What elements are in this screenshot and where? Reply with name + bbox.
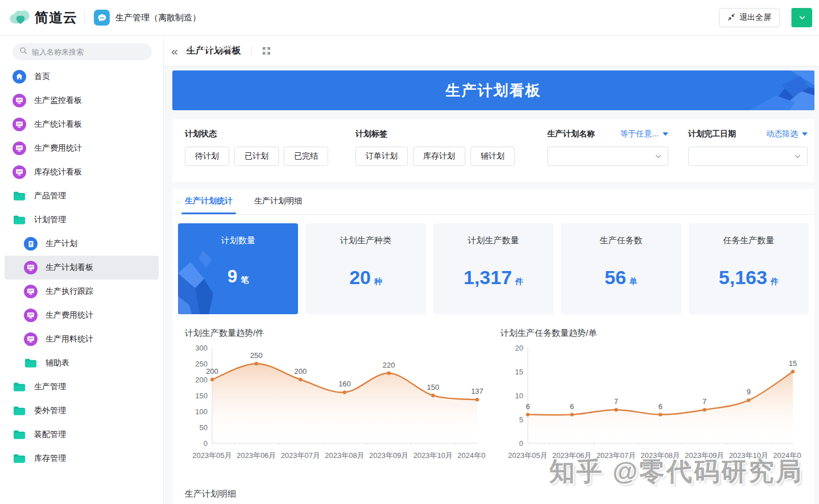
banner-decor-graphic — [695, 70, 814, 110]
sidebar-item-label: 生产执行跟踪 — [46, 286, 93, 297]
exit-fullscreen-button[interactable]: 退出全屏 — [719, 8, 780, 27]
stat-value: 5,163 — [719, 266, 767, 289]
sidebar-item-label: 生产费用统计 — [34, 143, 82, 153]
caret-down-icon — [663, 132, 668, 136]
folder-icon — [13, 406, 26, 416]
tag-option-chip[interactable]: 订单计划 — [355, 147, 408, 166]
tab-plan-stats[interactable]: 生产计划统计 — [185, 196, 233, 214]
dashboard-monitor-icon — [13, 165, 26, 179]
sidebar-item-production-material-stats[interactable]: 生产用料统计 — [5, 327, 159, 351]
status-option-chip[interactable]: 已计划 — [234, 147, 279, 166]
dashboard-monitor-icon — [24, 261, 38, 274]
folder-icon — [13, 215, 26, 225]
sidebar-item-outsourcing-management[interactable]: 委外管理 — [5, 399, 159, 423]
plan-name-select[interactable] — [547, 147, 668, 166]
svg-text:6: 6 — [526, 402, 530, 411]
dashboard-monitor-icon — [24, 285, 38, 298]
stat-card-0[interactable]: 计划数量9笔 — [178, 223, 298, 314]
top-header: 简道云 ERP 生产管理（离散制造） 退出全屏 安装应 — [0, 0, 819, 36]
svg-text:6: 6 — [570, 402, 574, 411]
svg-text:150: 150 — [427, 383, 439, 391]
chart-title: 计划生产数量趋势/件 — [185, 328, 486, 339]
folder-icon — [24, 358, 38, 368]
trend-chart-svg: 0501001502002503002002502001602201501372… — [185, 341, 486, 463]
sidebar-item-production-cost-stats-sub[interactable]: 生产费用统计 — [5, 303, 159, 327]
stat-unit: 件 — [771, 277, 779, 287]
sidebar-item-plan-management[interactable]: 计划管理 — [5, 208, 159, 232]
install-app-data-button[interactable]: 安装应用及数据 — [791, 8, 812, 27]
sidebar-item-production-plan[interactable]: 生产计划 — [5, 232, 159, 256]
svg-text:5: 5 — [519, 415, 523, 424]
svg-text:2023年05月: 2023年05月 — [508, 451, 547, 460]
svg-text:0: 0 — [519, 439, 523, 448]
stat-value-row: 20种 — [349, 266, 382, 289]
svg-text:2023年07月: 2023年07月 — [281, 451, 320, 460]
plan-name-operator-link[interactable]: 等于任意... — [620, 129, 668, 139]
logo-text: 简道云 — [35, 9, 77, 27]
home-icon — [13, 70, 26, 84]
chevron-down-icon — [794, 153, 801, 160]
sidebar-item-label: 生产用料统计 — [46, 334, 93, 344]
sidebar-item-production-plan-board[interactable]: 生产计划看板 — [5, 256, 159, 280]
dashboard-content: 生产计划看板 计划状态 待计划已计划已完结 计划标签 订单计划库存计划辅计划 — [164, 66, 819, 504]
sidebar-item-auxiliary-tables[interactable]: 辅助表 — [5, 351, 159, 375]
stat-value: 1,317 — [464, 266, 512, 289]
stat-unit: 笔 — [241, 275, 249, 285]
svg-text:15: 15 — [789, 359, 797, 368]
jiandaoyun-logo[interactable]: 简道云 — [9, 8, 77, 28]
svg-text:2023年09月: 2023年09月 — [369, 451, 408, 460]
sidebar-item-production-monitor-board[interactable]: 生产监控看板 — [5, 89, 159, 113]
install-dropdown-chevron[interactable] — [792, 8, 812, 27]
search-input[interactable] — [32, 48, 145, 56]
sidebar-item-home[interactable]: 首页 — [5, 65, 159, 89]
status-option-chip[interactable]: 待计划 — [185, 147, 229, 166]
sidebar-item-label: 装配管理 — [34, 430, 66, 440]
sidebar-item-product-management[interactable]: 产品管理 — [5, 184, 159, 208]
stat-value-row: 9笔 — [228, 266, 249, 287]
sidebar-item-label: 首页 — [34, 72, 50, 82]
sidebar-item-inventory-management[interactable]: 库存管理 — [5, 447, 159, 470]
stat-value-row: 5,163件 — [719, 266, 779, 289]
stat-card-2[interactable]: 计划生产数量1,317件 — [433, 223, 553, 314]
sidebar-item-production-management[interactable]: 生产管理 — [5, 375, 159, 399]
sidebar-item-label: 生产监控看板 — [34, 95, 82, 106]
main-area: « 生产计划看板 生产计划看板 — [164, 36, 819, 504]
sidebar-item-production-stats-board[interactable]: 生产统计看板 — [5, 113, 159, 136]
tab-plan-detail[interactable]: 生产计划明细 — [254, 196, 302, 214]
svg-text:200: 200 — [206, 367, 218, 376]
chart-title: 计划生产任务数量趋势/单 — [500, 328, 802, 339]
svg-text:137: 137 — [471, 387, 483, 395]
sidebar-item-inventory-stats-board[interactable]: 库存统计看板 — [5, 160, 159, 184]
sidebar-item-assembly-management[interactable]: 装配管理 — [5, 423, 159, 447]
filter-card: 计划状态 待计划已计划已完结 计划标签 订单计划库存计划辅计划 生产计划名称 等… — [172, 119, 814, 182]
finish-date-operator-link[interactable]: 动态筛选 — [766, 129, 808, 139]
fullscreen-icon[interactable] — [262, 47, 271, 55]
tag-option-chip[interactable]: 辅计划 — [470, 147, 515, 166]
stat-value: 9 — [228, 266, 237, 287]
filter-group-finish-date: 计划完工日期 动态筛选 — [688, 129, 808, 166]
stat-card-3[interactable]: 生产任务数56单 — [561, 223, 681, 314]
svg-text:10: 10 — [515, 391, 523, 400]
svg-text:220: 220 — [383, 361, 395, 369]
sidebar-item-label: 生产计划看板 — [46, 263, 93, 273]
filter-status-label: 计划状态 — [185, 129, 328, 139]
svg-text:200: 200 — [294, 367, 307, 376]
stat-card-4[interactable]: 任务生产数量5,163件 — [689, 223, 809, 314]
search-icon — [19, 47, 27, 57]
sidebar-search[interactable] — [13, 43, 152, 60]
svg-text:300: 300 — [195, 344, 208, 352]
sidebar-item-label: 委外管理 — [34, 406, 66, 416]
svg-text:20: 20 — [515, 344, 523, 352]
stat-card-1[interactable]: 计划生产种类20种 — [305, 223, 425, 314]
tag-option-chip[interactable]: 库存计划 — [413, 147, 465, 166]
sidebar-item-production-cost-stats[interactable]: 生产费用统计 — [5, 136, 159, 160]
svg-text:50: 50 — [200, 423, 208, 432]
finish-date-select[interactable] — [688, 147, 808, 166]
folder-icon — [13, 382, 26, 392]
dashboard-banner: 生产计划看板 — [172, 70, 814, 110]
tab-bar: 生产计划统计生产计划明细 — [172, 189, 814, 215]
sidebar-item-label: 生产管理 — [34, 382, 66, 392]
svg-text:150: 150 — [195, 391, 208, 400]
status-option-chip[interactable]: 已完结 — [284, 147, 328, 166]
sidebar-item-production-execution-tracking[interactable]: 生产执行跟踪 — [5, 280, 159, 303]
